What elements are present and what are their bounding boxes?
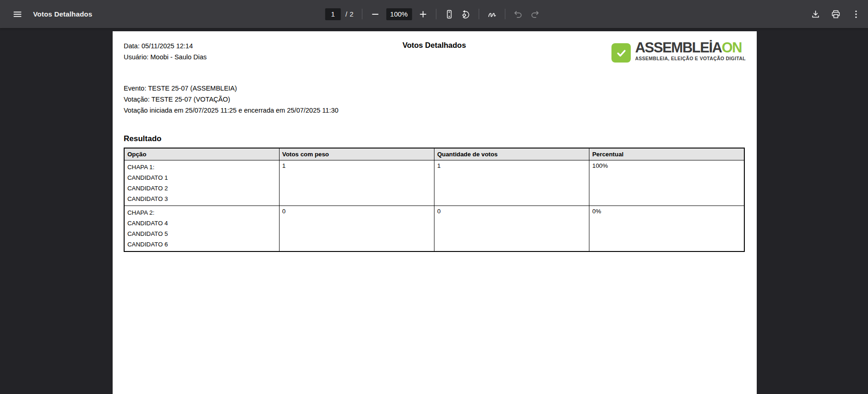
more-vertical-icon bbox=[851, 9, 862, 20]
weighted-votes-cell: 1 bbox=[279, 160, 434, 206]
draw-squiggle-icon bbox=[486, 9, 497, 20]
menu-button[interactable] bbox=[9, 6, 26, 23]
zoom-in-button[interactable] bbox=[415, 6, 431, 23]
option-line: CANDIDATO 3 bbox=[127, 194, 276, 204]
option-line: CANDIDATO 2 bbox=[127, 183, 276, 194]
report-meta-event: Evento: TESTE 25-07 (ASSEMBLEIA) Votação… bbox=[124, 83, 745, 116]
toolbar-left: Votos Detalhados bbox=[0, 6, 152, 23]
section-title-resultado: Resultado bbox=[124, 134, 745, 143]
option-line: CANDIDATO 4 bbox=[127, 218, 276, 228]
option-line: CANDIDATO 6 bbox=[127, 239, 276, 250]
logo-tagline: ASSEMBLEIA, ELEIÇÃO E VOTAÇÃO DIGITAL bbox=[635, 56, 746, 61]
percent-value: 0% bbox=[592, 207, 741, 215]
undo-icon bbox=[513, 9, 524, 20]
plus-icon bbox=[417, 9, 428, 20]
rotate-counterclockwise-button[interactable] bbox=[457, 6, 474, 23]
annotate-draw-button[interactable] bbox=[484, 6, 500, 23]
page-total: 2 bbox=[349, 10, 353, 18]
vote-count-cell: 1 bbox=[434, 160, 589, 206]
undo-button[interactable] bbox=[510, 6, 526, 23]
fit-page-icon bbox=[444, 9, 455, 20]
weighted-votes-value: 1 bbox=[282, 162, 431, 170]
percent-cell: 0% bbox=[589, 206, 744, 251]
option-line: CANDIDATO 1 bbox=[127, 172, 276, 183]
pdf-viewer-canvas: Data: 05/11/2025 12:14 Usuário: Moobi - … bbox=[0, 28, 868, 394]
print-button[interactable] bbox=[828, 6, 844, 23]
table-row: CHAPA 2: CANDIDATO 4 CANDIDATO 5 CANDIDA… bbox=[124, 206, 744, 251]
zoom-level-input[interactable] bbox=[386, 8, 412, 20]
logo-brand-accent: ON bbox=[722, 40, 742, 56]
assembleiaon-logo: ASSEMBLEİAON ASSEMBLEIA, ELEIÇÃO E VOTAÇ… bbox=[611, 40, 746, 63]
event-line: Evento: TESTE 25-07 (ASSEMBLEIA) bbox=[124, 83, 745, 94]
logo-brand-main: ASSEMBLEİA bbox=[635, 40, 721, 56]
redo-icon bbox=[529, 9, 540, 20]
period-line: Votação iniciada em 25/07/2025 11:25 e e… bbox=[124, 105, 745, 116]
download-button[interactable] bbox=[807, 6, 824, 23]
minus-icon bbox=[370, 9, 381, 20]
toolbar-divider bbox=[479, 9, 479, 19]
document-header: Data: 05/11/2025 12:14 Usuário: Moobi - … bbox=[124, 40, 745, 75]
pdf-page: Data: 05/11/2025 12:14 Usuário: Moobi - … bbox=[113, 31, 757, 394]
option-line: CHAPA 1: bbox=[127, 162, 276, 172]
print-icon bbox=[830, 9, 841, 20]
toolbar-divider bbox=[436, 9, 436, 19]
table-header-row: Opção Votos com peso Quantidade de votos… bbox=[124, 148, 744, 160]
page-separator: / bbox=[345, 10, 347, 18]
toolbar-center: / 2 bbox=[325, 0, 543, 28]
option-line: CANDIDATO 5 bbox=[127, 228, 276, 239]
more-options-button[interactable] bbox=[848, 6, 864, 23]
download-icon bbox=[810, 9, 821, 20]
page-number-input[interactable] bbox=[325, 8, 341, 20]
zoom-out-button[interactable] bbox=[367, 6, 383, 23]
report-title: Votos Detalhados bbox=[402, 41, 466, 50]
weighted-votes-cell: 0 bbox=[279, 206, 434, 251]
option-cell: CHAPA 1: CANDIDATO 1 CANDIDATO 2 CANDIDA… bbox=[124, 160, 279, 206]
percent-value: 100% bbox=[592, 162, 741, 170]
weighted-votes-value: 0 bbox=[282, 207, 431, 215]
fit-to-page-button[interactable] bbox=[441, 6, 457, 23]
logo-text: ASSEMBLEİAON ASSEMBLEIA, ELEIÇÃO E VOTAÇ… bbox=[635, 40, 746, 61]
column-header-quantidade: Quantidade de votos bbox=[434, 148, 589, 160]
vote-count-value: 1 bbox=[437, 162, 586, 170]
voting-line: Votação: TESTE 25-07 (VOTAÇÃO) bbox=[124, 94, 745, 105]
toolbar-divider bbox=[362, 9, 362, 19]
column-header-opcao: Opção bbox=[124, 148, 279, 160]
hamburger-icon bbox=[12, 9, 23, 20]
logo-brand: ASSEMBLEİAON bbox=[635, 40, 742, 56]
vote-count-value: 0 bbox=[437, 207, 586, 215]
pdf-toolbar: Votos Detalhados / 2 bbox=[0, 0, 868, 28]
percent-cell: 100% bbox=[589, 160, 744, 206]
toolbar-right bbox=[807, 6, 868, 23]
document-title: Votos Detalhados bbox=[33, 10, 92, 18]
results-table: Opção Votos com peso Quantidade de votos… bbox=[124, 148, 745, 252]
rotate-ccw-icon bbox=[460, 9, 471, 20]
vote-count-cell: 0 bbox=[434, 206, 589, 251]
column-header-percentual: Percentual bbox=[589, 148, 744, 160]
option-line: CHAPA 2: bbox=[127, 207, 276, 218]
redo-button[interactable] bbox=[526, 6, 543, 23]
table-row: CHAPA 1: CANDIDATO 1 CANDIDATO 2 CANDIDA… bbox=[124, 160, 744, 206]
logo-checkmark-icon bbox=[611, 43, 631, 63]
toolbar-divider bbox=[505, 9, 505, 19]
column-header-votos-com-peso: Votos com peso bbox=[279, 148, 434, 160]
option-cell: CHAPA 2: CANDIDATO 4 CANDIDATO 5 CANDIDA… bbox=[124, 206, 279, 251]
